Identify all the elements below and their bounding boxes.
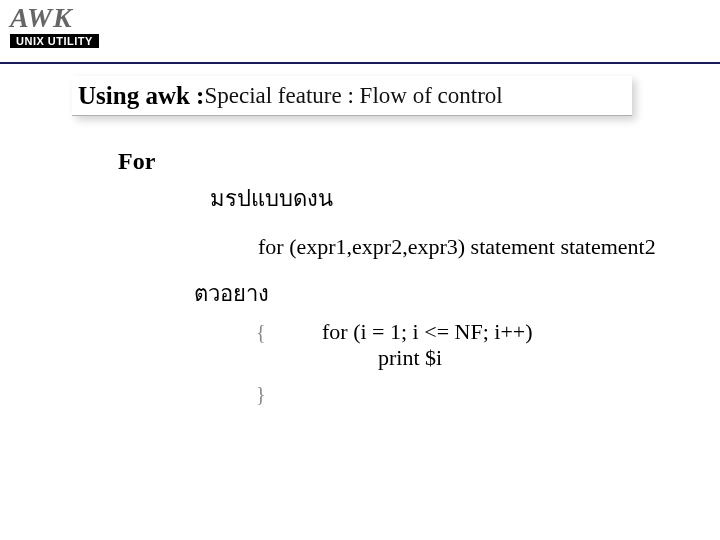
logo: AWK UNIX UTILITY — [10, 4, 720, 48]
title-bar: Using awk : Special feature : Flow of co… — [72, 76, 632, 116]
brace-open: { — [256, 321, 266, 344]
logo-sub: UNIX UTILITY — [10, 34, 99, 48]
section-header: For — [118, 148, 678, 175]
code-line-2: print $i — [378, 345, 678, 371]
title-bold: Using awk : — [78, 82, 204, 110]
code-line-1: for (i = 1; i <= NF; i++) — [322, 319, 678, 345]
page-header: AWK UNIX UTILITY — [0, 0, 720, 64]
form-label: มรปแบบดงน — [210, 181, 678, 216]
content-area: For มรปแบบดงน for (expr1,expr2,expr3) st… — [118, 148, 678, 371]
logo-main: AWK — [10, 4, 720, 32]
syntax-line: for (expr1,expr2,expr3) statement statem… — [258, 234, 678, 260]
brace-close: } — [256, 383, 266, 406]
example-label: ตวอยาง — [194, 276, 678, 311]
code-block: { for (i = 1; i <= NF; i++) print $i } — [256, 319, 678, 371]
title-normal: Special feature : Flow of control — [204, 83, 502, 109]
